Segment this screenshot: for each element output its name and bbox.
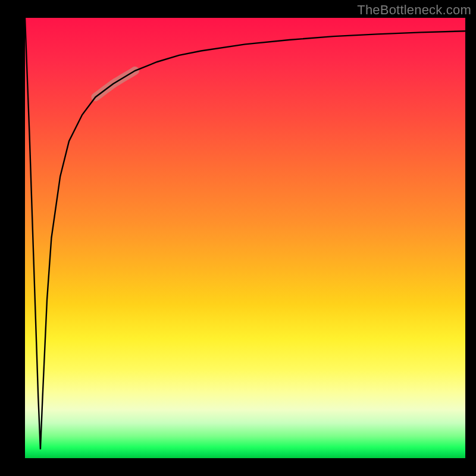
bottleneck-curve <box>25 18 465 449</box>
watermark-text: TheBottleneck.com <box>357 2 471 18</box>
plot-area <box>25 18 465 458</box>
curve-layer <box>25 18 465 458</box>
chart-root: TheBottleneck.com <box>0 0 476 476</box>
